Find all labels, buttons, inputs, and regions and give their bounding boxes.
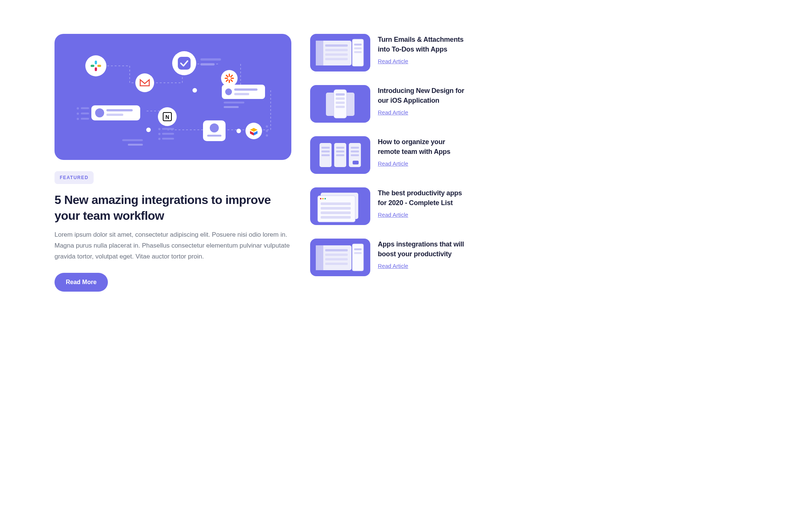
svg-rect-94 — [325, 263, 348, 265]
article-thumbnail — [310, 239, 370, 276]
svg-point-25 — [146, 128, 151, 132]
svg-rect-70 — [321, 147, 330, 149]
svg-rect-65 — [336, 102, 345, 104]
article-title: Apps instegrations that will boost your … — [378, 239, 468, 259]
svg-rect-24 — [162, 138, 174, 140]
svg-rect-57 — [354, 44, 362, 46]
svg-rect-85 — [321, 202, 351, 205]
svg-rect-52 — [325, 44, 348, 47]
svg-rect-79 — [353, 161, 359, 164]
zapier-icon — [221, 70, 238, 87]
svg-rect-53 — [325, 49, 348, 51]
article-title: Introducing New Design for our iOS Appli… — [378, 86, 468, 105]
article-title: How to organize your remote team with Ap… — [378, 137, 468, 157]
svg-rect-16 — [81, 118, 89, 120]
svg-rect-54 — [325, 53, 348, 56]
featured-hero-image: N — [55, 34, 291, 160]
svg-rect-37 — [234, 93, 249, 95]
svg-point-8 — [95, 108, 104, 117]
svg-rect-75 — [336, 154, 344, 156]
read-article-link[interactable]: Read Article — [378, 109, 408, 116]
list-item: Turn Emails & Attachments into To-Dos wi… — [310, 34, 468, 71]
read-article-link[interactable]: Read Article — [378, 263, 408, 269]
svg-point-11 — [77, 107, 79, 110]
svg-rect-4 — [178, 57, 191, 70]
read-article-link[interactable]: Read Article — [378, 211, 408, 218]
svg-rect-10 — [106, 114, 123, 116]
slack-icon — [85, 55, 106, 76]
svg-rect-9 — [106, 109, 133, 111]
svg-rect-95 — [352, 244, 364, 271]
list-item: Apps instegrations that will boost your … — [310, 239, 468, 276]
svg-rect-92 — [325, 254, 348, 256]
featured-badge: FEATURED — [55, 171, 94, 184]
svg-point-84 — [324, 198, 326, 199]
read-article-link[interactable]: Read Article — [378, 160, 408, 167]
svg-rect-76 — [351, 147, 359, 149]
svg-point-82 — [320, 198, 321, 199]
svg-rect-87 — [321, 211, 351, 214]
svg-rect-36 — [234, 88, 258, 91]
svg-point-21 — [158, 133, 161, 135]
svg-point-47 — [236, 129, 241, 133]
svg-rect-78 — [351, 154, 359, 156]
svg-rect-42 — [207, 135, 221, 137]
svg-point-23 — [158, 138, 161, 140]
svg-rect-58 — [354, 47, 362, 49]
svg-rect-64 — [336, 97, 345, 100]
svg-rect-77 — [351, 151, 359, 152]
list-item: The best productivity apps for 2020 - Co… — [310, 187, 468, 225]
svg-rect-59 — [354, 51, 362, 53]
svg-rect-14 — [81, 113, 89, 114]
svg-point-43 — [192, 88, 197, 93]
svg-point-45 — [266, 130, 268, 132]
svg-rect-97 — [354, 252, 362, 254]
svg-rect-22 — [162, 133, 174, 135]
svg-point-19 — [158, 128, 161, 130]
svg-rect-91 — [325, 249, 348, 251]
svg-rect-96 — [354, 248, 362, 250]
article-thumbnail — [310, 85, 370, 123]
read-more-button[interactable]: Read More — [55, 273, 108, 292]
svg-rect-63 — [336, 93, 345, 96]
svg-rect-12 — [81, 107, 89, 109]
svg-point-83 — [322, 198, 324, 199]
article-thumbnail — [310, 136, 370, 174]
svg-rect-20 — [162, 128, 174, 130]
svg-rect-1 — [95, 67, 97, 71]
gmail-icon — [135, 73, 154, 92]
svg-rect-39 — [224, 106, 239, 108]
article-title: Turn Emails & Attachments into To-Dos wi… — [378, 35, 468, 54]
article-thumbnail — [310, 187, 370, 225]
article-thumbnail — [310, 34, 370, 71]
svg-rect-6 — [200, 63, 215, 65]
svg-point-44 — [266, 125, 268, 128]
svg-point-13 — [77, 113, 79, 115]
list-item: Introducing New Design for our iOS Appli… — [310, 85, 468, 123]
svg-rect-5 — [200, 58, 221, 61]
read-article-link[interactable]: Read Article — [378, 58, 408, 64]
featured-title: 5 New amazing integrations to improve yo… — [55, 192, 291, 224]
svg-text:N: N — [165, 114, 169, 120]
svg-point-15 — [77, 118, 79, 120]
article-title: The best productivity apps for 2020 - Co… — [378, 188, 468, 208]
svg-point-35 — [225, 88, 232, 95]
svg-rect-90 — [316, 245, 323, 270]
svg-rect-49 — [128, 144, 143, 146]
svg-point-46 — [266, 134, 268, 137]
svg-rect-66 — [336, 106, 345, 108]
svg-rect-88 — [321, 216, 351, 219]
svg-rect-93 — [325, 258, 348, 260]
featured-description: Lorem ipsum dolor sit amet, consectetur … — [55, 230, 291, 262]
svg-rect-86 — [321, 207, 351, 210]
svg-rect-72 — [321, 154, 330, 156]
svg-rect-38 — [224, 102, 244, 103]
svg-rect-2 — [91, 65, 94, 67]
svg-rect-73 — [336, 147, 344, 149]
svg-rect-55 — [325, 58, 348, 60]
svg-rect-74 — [336, 151, 344, 152]
sidebar-articles: Turn Emails & Attachments into To-Dos wi… — [310, 34, 468, 292]
list-item: How to organize your remote team with Ap… — [310, 136, 468, 174]
svg-rect-48 — [122, 139, 143, 141]
svg-rect-3 — [97, 65, 101, 67]
